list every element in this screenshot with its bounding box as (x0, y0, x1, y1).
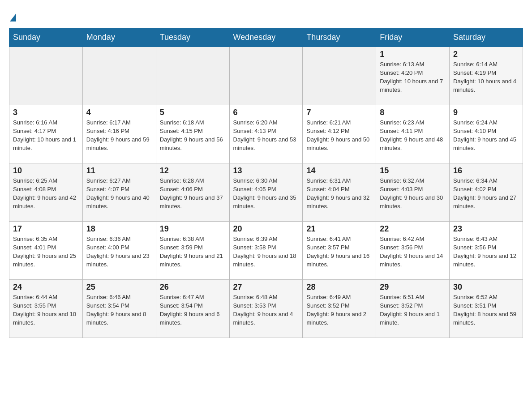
calendar-cell: 1Sunrise: 6:13 AM Sunset: 4:20 PM Daylig… (376, 47, 450, 105)
day-info: Sunrise: 6:46 AM Sunset: 3:54 PM Dayligh… (86, 293, 152, 327)
weekday-header-wednesday: Wednesday (229, 28, 303, 47)
calendar-cell (229, 47, 303, 105)
day-number: 25 (86, 283, 152, 292)
calendar-cell: 7Sunrise: 6:21 AM Sunset: 4:12 PM Daylig… (303, 105, 376, 163)
day-number: 6 (233, 108, 299, 117)
calendar-cell: 12Sunrise: 6:28 AM Sunset: 4:06 PM Dayli… (156, 163, 229, 222)
calendar-week-row: 1Sunrise: 6:13 AM Sunset: 4:20 PM Daylig… (9, 47, 523, 105)
day-info: Sunrise: 6:42 AM Sunset: 3:56 PM Dayligh… (380, 235, 446, 269)
day-info: Sunrise: 6:48 AM Sunset: 3:53 PM Dayligh… (233, 293, 299, 327)
day-info: Sunrise: 6:32 AM Sunset: 4:03 PM Dayligh… (380, 177, 446, 210)
weekday-header-tuesday: Tuesday (156, 28, 229, 47)
day-info: Sunrise: 6:21 AM Sunset: 4:12 PM Dayligh… (306, 119, 372, 152)
calendar-week-row: 10Sunrise: 6:25 AM Sunset: 4:08 PM Dayli… (9, 163, 523, 222)
day-info: Sunrise: 6:43 AM Sunset: 3:56 PM Dayligh… (453, 235, 519, 269)
day-number: 11 (86, 166, 152, 176)
calendar-cell: 11Sunrise: 6:27 AM Sunset: 4:07 PM Dayli… (82, 163, 156, 222)
day-info: Sunrise: 6:20 AM Sunset: 4:13 PM Dayligh… (233, 119, 299, 152)
day-number: 19 (160, 224, 226, 234)
calendar-cell: 28Sunrise: 6:49 AM Sunset: 3:52 PM Dayli… (303, 280, 376, 338)
calendar-cell: 16Sunrise: 6:34 AM Sunset: 4:02 PM Dayli… (450, 163, 523, 222)
day-number: 10 (13, 166, 79, 176)
calendar-cell: 18Sunrise: 6:36 AM Sunset: 4:00 PM Dayli… (82, 222, 156, 280)
calendar-cell: 19Sunrise: 6:38 AM Sunset: 3:59 PM Dayli… (156, 222, 229, 280)
calendar-table: SundayMondayTuesdayWednesdayThursdayFrid… (9, 28, 523, 338)
calendar-cell: 30Sunrise: 6:52 AM Sunset: 3:51 PM Dayli… (450, 280, 523, 338)
day-number: 4 (86, 108, 152, 117)
day-info: Sunrise: 6:44 AM Sunset: 3:55 PM Dayligh… (13, 293, 79, 327)
day-number: 5 (160, 108, 226, 117)
calendar-cell (9, 47, 83, 105)
weekday-header-saturday: Saturday (450, 28, 523, 47)
calendar-week-row: 17Sunrise: 6:35 AM Sunset: 4:01 PM Dayli… (9, 222, 523, 280)
calendar-week-row: 3Sunrise: 6:16 AM Sunset: 4:17 PM Daylig… (9, 105, 523, 163)
calendar-cell: 23Sunrise: 6:43 AM Sunset: 3:56 PM Dayli… (450, 222, 523, 280)
calendar-cell: 17Sunrise: 6:35 AM Sunset: 4:01 PM Dayli… (9, 222, 83, 280)
day-number: 26 (160, 283, 226, 292)
day-number: 23 (453, 224, 519, 234)
calendar-cell: 15Sunrise: 6:32 AM Sunset: 4:03 PM Dayli… (376, 163, 450, 222)
day-number: 8 (380, 108, 446, 117)
calendar-cell: 9Sunrise: 6:24 AM Sunset: 4:10 PM Daylig… (450, 105, 523, 163)
calendar-cell (156, 47, 229, 105)
day-number: 3 (13, 108, 79, 117)
day-info: Sunrise: 6:30 AM Sunset: 4:05 PM Dayligh… (233, 177, 299, 210)
calendar-cell: 5Sunrise: 6:18 AM Sunset: 4:15 PM Daylig… (156, 105, 229, 163)
day-info: Sunrise: 6:16 AM Sunset: 4:17 PM Dayligh… (13, 119, 79, 152)
day-info: Sunrise: 6:36 AM Sunset: 4:00 PM Dayligh… (86, 235, 152, 269)
day-number: 9 (453, 108, 519, 117)
day-number: 15 (380, 166, 446, 176)
day-number: 16 (453, 166, 519, 176)
day-info: Sunrise: 6:34 AM Sunset: 4:02 PM Dayligh… (453, 177, 519, 210)
calendar-cell: 21Sunrise: 6:41 AM Sunset: 3:57 PM Dayli… (303, 222, 376, 280)
day-info: Sunrise: 6:31 AM Sunset: 4:04 PM Dayligh… (306, 177, 372, 210)
day-number: 14 (306, 166, 372, 176)
day-info: Sunrise: 6:28 AM Sunset: 4:06 PM Dayligh… (160, 177, 226, 210)
calendar-header-row: SundayMondayTuesdayWednesdayThursdayFrid… (9, 28, 523, 47)
calendar-cell: 3Sunrise: 6:16 AM Sunset: 4:17 PM Daylig… (9, 105, 83, 163)
day-info: Sunrise: 6:18 AM Sunset: 4:15 PM Dayligh… (160, 119, 226, 152)
day-number: 30 (453, 283, 519, 292)
calendar-cell (303, 47, 376, 105)
logo-triangle-icon (10, 13, 16, 21)
day-number: 20 (233, 224, 299, 234)
calendar-week-row: 24Sunrise: 6:44 AM Sunset: 3:55 PM Dayli… (9, 280, 523, 338)
logo (9, 9, 17, 21)
day-number: 13 (233, 166, 299, 176)
calendar-cell: 14Sunrise: 6:31 AM Sunset: 4:04 PM Dayli… (303, 163, 376, 222)
calendar-cell: 2Sunrise: 6:14 AM Sunset: 4:19 PM Daylig… (450, 47, 523, 105)
day-number: 17 (13, 224, 79, 234)
day-info: Sunrise: 6:24 AM Sunset: 4:10 PM Dayligh… (453, 119, 519, 152)
day-number: 29 (380, 283, 446, 292)
day-info: Sunrise: 6:27 AM Sunset: 4:07 PM Dayligh… (86, 177, 152, 210)
day-info: Sunrise: 6:13 AM Sunset: 4:20 PM Dayligh… (380, 60, 446, 94)
day-number: 1 (380, 50, 446, 59)
day-info: Sunrise: 6:47 AM Sunset: 3:54 PM Dayligh… (160, 293, 226, 327)
day-number: 12 (160, 166, 226, 176)
day-info: Sunrise: 6:38 AM Sunset: 3:59 PM Dayligh… (160, 235, 226, 269)
day-info: Sunrise: 6:23 AM Sunset: 4:11 PM Dayligh… (380, 119, 446, 152)
weekday-header-sunday: Sunday (9, 28, 83, 47)
day-info: Sunrise: 6:41 AM Sunset: 3:57 PM Dayligh… (306, 235, 372, 269)
day-info: Sunrise: 6:17 AM Sunset: 4:16 PM Dayligh… (86, 119, 152, 152)
day-info: Sunrise: 6:14 AM Sunset: 4:19 PM Dayligh… (453, 60, 519, 94)
day-info: Sunrise: 6:52 AM Sunset: 3:51 PM Dayligh… (453, 293, 519, 327)
day-number: 2 (453, 50, 519, 59)
page-header (9, 9, 523, 21)
calendar-cell: 27Sunrise: 6:48 AM Sunset: 3:53 PM Dayli… (229, 280, 303, 338)
day-number: 21 (306, 224, 372, 234)
day-number: 7 (306, 108, 372, 117)
day-number: 18 (86, 224, 152, 234)
day-info: Sunrise: 6:39 AM Sunset: 3:58 PM Dayligh… (233, 235, 299, 269)
calendar-cell: 6Sunrise: 6:20 AM Sunset: 4:13 PM Daylig… (229, 105, 303, 163)
calendar-cell: 8Sunrise: 6:23 AM Sunset: 4:11 PM Daylig… (376, 105, 450, 163)
calendar-cell: 20Sunrise: 6:39 AM Sunset: 3:58 PM Dayli… (229, 222, 303, 280)
calendar-cell: 13Sunrise: 6:30 AM Sunset: 4:05 PM Dayli… (229, 163, 303, 222)
day-number: 22 (380, 224, 446, 234)
day-number: 27 (233, 283, 299, 292)
day-number: 24 (13, 283, 79, 292)
day-info: Sunrise: 6:35 AM Sunset: 4:01 PM Dayligh… (13, 235, 79, 269)
calendar-cell: 25Sunrise: 6:46 AM Sunset: 3:54 PM Dayli… (82, 280, 156, 338)
day-info: Sunrise: 6:51 AM Sunset: 3:52 PM Dayligh… (380, 293, 446, 327)
calendar-cell: 29Sunrise: 6:51 AM Sunset: 3:52 PM Dayli… (376, 280, 450, 338)
